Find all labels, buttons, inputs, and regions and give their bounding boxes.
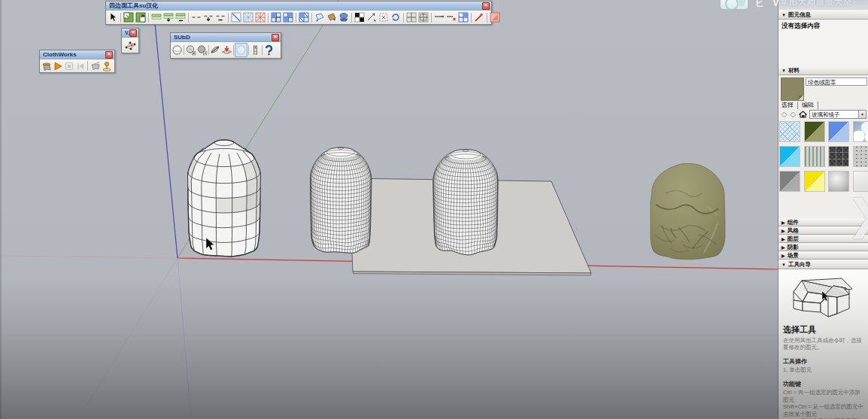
remove-loop-icon[interactable] [445,11,457,23]
smooth-quads-icon[interactable] [390,11,402,23]
subd-titlebar[interactable]: SUbD [171,33,281,42]
material-swatch-silver[interactable] [828,171,849,192]
expand-arrow-icon: ▶ [782,245,785,250]
materials-header[interactable]: ▼ 材料 [778,65,868,75]
clothworks-titlebar[interactable]: ClothWorks [40,50,114,59]
material-swatch-speckle[interactable] [853,146,868,167]
line-tool-icon[interactable] [473,11,485,23]
expand-arrow-icon: ▶ [782,254,785,258]
close-icon[interactable] [105,51,113,59]
uv-copy-icon[interactable] [326,11,338,23]
select-uv-icon[interactable] [378,11,390,23]
material-swatch-gray[interactable] [779,171,800,192]
expand-arrow-icon: ▶ [782,229,785,233]
material-swatch-lattice[interactable] [779,121,800,142]
quad-grid-alt-icon[interactable] [417,11,429,23]
close-icon[interactable] [129,29,137,37]
toolbar-separator [148,13,149,23]
material-collection-dropdown[interactable]: 玻璃和镜子 ▼ [809,110,866,119]
insert-loop-icon[interactable] [433,11,445,23]
subd-help-icon[interactable] [263,44,275,56]
quadface-tools-toolbar: 四边面工具su汉化 [105,1,492,25]
clothworks-toolbar: ClothWorks [39,50,115,73]
cloth-object-icon[interactable] [41,60,52,71]
shrink-selection-icon[interactable] [135,11,147,23]
drape-cloth-icon[interactable] [90,60,101,71]
grow-selection-icon[interactable] [123,11,135,23]
tray-panel-场景[interactable]: ▶场景 [778,251,868,260]
crease-edge-icon[interactable] [210,44,221,56]
subd-level-icon[interactable] [250,44,261,56]
material-swatch-white[interactable] [853,171,868,192]
material-name-field[interactable]: 绿色绒面革 [806,77,867,86]
edit-uv-icon[interactable] [366,11,378,23]
tray-panel-title: 风格 [788,227,799,235]
entity-info-title: 图元信息 [788,11,811,19]
convert-blender-quads-icon[interactable] [282,11,294,23]
toolbar-separator [487,13,487,23]
clothworks-title: ClothWorks [43,51,105,59]
offset-loop-icon[interactable] [457,11,469,23]
close-icon[interactable] [272,34,279,41]
remove-triangulation-icon[interactable] [254,11,266,23]
tab-edit[interactable]: 编辑 [802,101,814,109]
video-watermark-glyphs: ヒ V [755,0,782,10]
collection-label: 玻璃和镜子 [812,111,840,118]
triangulate-icon[interactable] [242,11,254,23]
quad-grid-icon[interactable] [405,11,417,23]
3d-viewport[interactable] [0,0,778,419]
convert-legacy-quads-icon[interactable] [298,11,310,23]
play-simulation-icon[interactable] [52,60,63,71]
ghost-mesh-icon[interactable] [235,43,247,57]
shrink-loop-icon[interactable] [175,11,187,23]
material-swatch-sky[interactable] [853,121,868,142]
vertex-titlebar[interactable]: V... [122,29,138,38]
video-logo-watermark [721,0,748,9]
forward-arrow-icon[interactable] [790,111,797,118]
build-quads-icon[interactable] [270,11,282,23]
material-swatch-dgreen[interactable] [804,121,825,142]
extrude-face-icon[interactable] [221,44,232,56]
shrink-ring-icon[interactable] [214,11,226,23]
tab-select[interactable]: 选择 [782,101,794,109]
quad-info-icon[interactable] [489,11,501,23]
quadface-titlebar[interactable]: 四边面工具su汉化 [106,2,491,11]
material-preview-swatch[interactable] [781,77,804,101]
instructor-modifiers-header: 功能键 [783,380,864,388]
grow-ring-icon[interactable] [202,11,214,23]
uv-map-icon[interactable] [314,11,326,23]
decrease-subdivision-icon[interactable] [196,44,208,56]
uv-paste-icon[interactable] [338,11,350,23]
toggle-subdivision-icon[interactable] [171,44,183,56]
tab-divider [797,102,798,109]
toolbar-separator [248,45,249,55]
increase-subdivision-icon[interactable] [185,44,196,56]
material-swatch-blue[interactable] [828,121,849,142]
tray-panel-title: 阴影 [788,244,799,251]
next-video-chevron[interactable]: ❯ [847,193,868,238]
material-swatch-cyan[interactable] [779,146,800,167]
reset-simulation-icon[interactable] [74,60,86,71]
grow-loop-icon[interactable] [162,11,175,23]
corner-fold-icon [799,96,803,100]
material-swatch-blocks[interactable] [828,146,849,167]
entity-info-header[interactable]: ▼ 图元信息 [778,10,868,20]
close-icon[interactable] [482,2,490,10]
unwrap-uv-icon[interactable] [354,11,366,23]
material-swatch-stripes[interactable] [804,146,825,167]
back-arrow-icon[interactable] [781,111,788,118]
dropdown-caret-icon[interactable]: ▼ [858,111,866,118]
select-loop-icon[interactable] [150,11,162,23]
tray-panel-阴影[interactable]: ▶阴影 [778,243,868,251]
in-model-home-icon[interactable] [799,111,807,118]
toolbar-separator [351,13,352,23]
vertex-gizmo-icon[interactable] [124,39,136,51]
pin-vertices-icon[interactable] [101,60,112,71]
flip-triangulation-icon[interactable] [230,11,242,23]
subd-title: SUbD [174,34,272,41]
stop-simulation-icon[interactable] [63,60,74,71]
material-swatch-yellow[interactable] [804,171,825,192]
select-ring-icon[interactable] [190,11,202,23]
instructor-header[interactable]: ▼ 工具向导 [778,260,868,269]
select-arrow-icon[interactable] [107,11,119,23]
